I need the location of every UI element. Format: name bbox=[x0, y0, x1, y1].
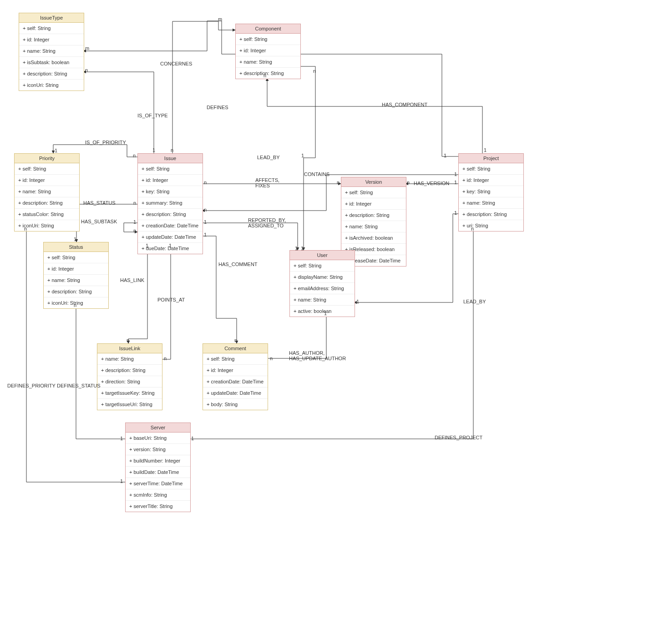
entity-attribute: + id: Integer bbox=[15, 174, 79, 186]
entity-attribute: + targetIssueUri: String bbox=[97, 398, 162, 410]
mult: 1 bbox=[146, 243, 148, 248]
rel-is-of-type: IS_OF_TYPE bbox=[137, 113, 168, 118]
rel-has-author: HAS_AUTHOR, HAS_UPDATE_AUTHOR bbox=[289, 350, 346, 361]
entity-attribute: + id: Integer bbox=[459, 174, 523, 186]
entity-attribute: + iconUri: String bbox=[19, 79, 84, 91]
mult: 1 bbox=[454, 180, 457, 185]
mult: n bbox=[133, 200, 136, 206]
mult: n bbox=[471, 226, 474, 231]
entity-attribute: + targetIssueKey: String bbox=[97, 387, 162, 398]
entity-attribute: + displayName: String bbox=[290, 271, 355, 282]
entity-attribute: + id: Integer bbox=[19, 34, 84, 45]
entity-user: User+ self: String+ displayName: String+… bbox=[289, 250, 355, 317]
mult: n bbox=[127, 337, 129, 343]
entity-attribute: + description: String bbox=[138, 208, 203, 220]
rel-reported-assigned: REPORTED_BY, ASSIGNED_TO bbox=[248, 217, 286, 228]
entity-attribute: + statusColor: String bbox=[15, 208, 79, 220]
entity-attribute: + description: String bbox=[44, 286, 108, 297]
rel-affects-fixes: AFFECTS, FIXES bbox=[255, 177, 279, 188]
entity-title: Comment bbox=[203, 344, 268, 353]
entity-attribute: + scmInfo: String bbox=[126, 489, 190, 500]
entity-title: Component bbox=[236, 24, 300, 34]
mult: 1 bbox=[324, 311, 327, 316]
entity-attribute: + description: String bbox=[19, 68, 84, 79]
mult: 1 bbox=[295, 246, 298, 251]
entity-attribute: + name: String bbox=[44, 274, 108, 286]
entity-priority: Priority+ self: String+ id: Integer+ nam… bbox=[14, 153, 80, 231]
entity-project: Project+ self: String+ id: Integer+ key:… bbox=[458, 153, 524, 231]
entity-server: Server+ baseUri: String+ version: String… bbox=[125, 423, 191, 512]
mult: m bbox=[85, 45, 89, 51]
entity-attribute: + buildDate: DateTime bbox=[126, 466, 190, 478]
mult: n bbox=[204, 207, 207, 212]
rel-defines-priority: DEFINES_PRIORITY bbox=[7, 383, 56, 388]
mult: n bbox=[133, 228, 136, 233]
mult: n bbox=[407, 180, 410, 185]
entity-title: Server bbox=[126, 423, 190, 433]
entity-attribute: + self: String bbox=[15, 163, 79, 174]
entity-title: Project bbox=[459, 154, 523, 163]
entity-attribute: + emailAddress: String bbox=[290, 282, 355, 294]
rel-has-subtask: HAS_SUBTASK bbox=[81, 219, 117, 224]
mult: 1 bbox=[120, 436, 123, 441]
rel-defines-project: DEFINES_PROJECT bbox=[435, 435, 482, 440]
entity-attribute: + direction: String bbox=[97, 376, 162, 387]
diagram-canvas: IssueType+ self: String+ id: Integer+ na… bbox=[0, 0, 664, 644]
entity-title: IssueType bbox=[19, 13, 84, 23]
entity-issue: Issue+ self: String+ id: Integer+ key: S… bbox=[137, 153, 203, 254]
mult: n bbox=[234, 337, 237, 343]
mult: 1 bbox=[484, 147, 487, 153]
entity-attribute: + id: Integer bbox=[138, 174, 203, 186]
entity-attribute: + self: String bbox=[19, 23, 84, 34]
entity-attribute: + isSubtask: boolean bbox=[19, 56, 84, 68]
entity-attribute: + name: String bbox=[459, 197, 523, 208]
mult: 1 bbox=[74, 236, 76, 242]
rel-has-version: HAS_VERSION bbox=[414, 181, 449, 186]
entity-attribute: + self: String bbox=[203, 353, 268, 364]
rel-concernes: CONCERNES bbox=[160, 61, 192, 66]
entity-attribute: + self: String bbox=[236, 34, 300, 45]
mult: 1 bbox=[133, 219, 136, 225]
entity-attribute: + isArchived: boolean bbox=[341, 232, 406, 243]
mult: n bbox=[133, 153, 136, 158]
mult: 1 bbox=[204, 232, 207, 237]
entity-attribute: + id: Integer bbox=[203, 364, 268, 376]
entity-attribute: + name: String bbox=[15, 186, 79, 197]
entity-attribute: + version: String bbox=[126, 443, 190, 455]
mult: 1 bbox=[169, 243, 172, 248]
rel-is-of-priority: IS_OF_PRIORITY bbox=[85, 140, 126, 145]
entity-attribute: + name: String bbox=[236, 56, 300, 67]
mult: 1 bbox=[454, 210, 457, 216]
entity-attribute: + description: String bbox=[97, 364, 162, 376]
entity-title: Priority bbox=[15, 154, 79, 163]
mult: 1 bbox=[301, 246, 304, 251]
mult: 1 bbox=[356, 299, 359, 304]
entity-attribute: + self: String bbox=[341, 187, 406, 198]
entity-attribute: + description: String bbox=[236, 67, 300, 79]
entity-component: Component+ self: String+ id: Integer+ na… bbox=[235, 24, 301, 79]
entity-attribute: + creationDate: DateTime bbox=[203, 376, 268, 387]
entity-attribute: + description: String bbox=[15, 197, 79, 208]
mult: n bbox=[74, 302, 76, 308]
mult: n bbox=[264, 73, 266, 78]
entity-attribute: + description: String bbox=[341, 209, 406, 221]
entity-title: Version bbox=[341, 177, 406, 187]
mult: 1 bbox=[444, 153, 446, 158]
mult: m bbox=[218, 16, 222, 22]
mult: 1 bbox=[152, 147, 155, 153]
entity-issuetype: IssueType+ self: String+ id: Integer+ na… bbox=[19, 13, 84, 91]
rel-points-at: POINTS_AT bbox=[157, 297, 185, 302]
entity-attribute: + name: String bbox=[19, 45, 84, 56]
mult: n bbox=[337, 180, 340, 185]
rel-lead-by-bottom: LEAD_BY bbox=[463, 299, 486, 304]
entity-attribute: + id: Integer bbox=[236, 45, 300, 56]
entity-attribute: + serverTitle: String bbox=[126, 500, 190, 512]
entity-attribute: + serverTime: DateTime bbox=[126, 478, 190, 489]
mult: 1 bbox=[301, 153, 304, 158]
entity-attribute: + name: String bbox=[341, 221, 406, 232]
rel-defines: DEFINES bbox=[207, 105, 228, 110]
mult: 1 bbox=[120, 478, 123, 484]
rel-has-comment: HAS_COMMENT bbox=[218, 262, 258, 267]
entity-title: IssueLink bbox=[97, 344, 162, 353]
entity-attribute: + name: String bbox=[97, 353, 162, 364]
